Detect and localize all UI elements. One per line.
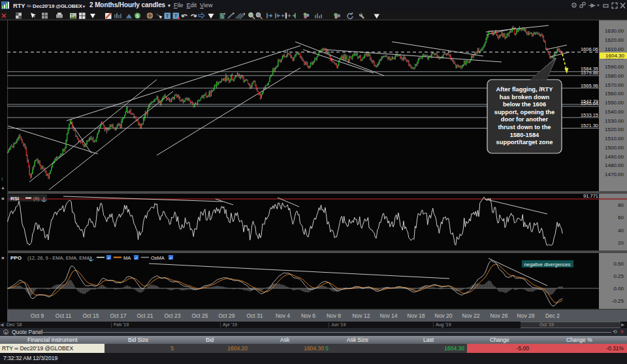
svg-text:1500.00: 1500.00 [605, 145, 624, 151]
svg-text:T: T [166, 13, 169, 19]
svg-text:Nov 26: Nov 26 [490, 312, 508, 319]
svg-text:Nov 18: Nov 18 [408, 312, 425, 319]
svg-text:0.00: 0.00 [613, 286, 624, 292]
svg-text:1520.00: 1520.00 [605, 127, 624, 132]
svg-text:-0.25: -0.25 [612, 298, 624, 304]
svg-text:1530.00: 1530.00 [605, 118, 624, 124]
svg-text:(9): (9) [33, 196, 40, 202]
svg-text:Oct 23: Oct 23 [164, 312, 180, 319]
svg-text:Nov 4: Nov 4 [276, 312, 290, 319]
svg-text:✓: ✓ [107, 256, 110, 260]
svg-text:Dec 2: Dec 2 [545, 312, 560, 319]
svg-text:80: 80 [618, 202, 624, 208]
svg-text:1550.00: 1550.00 [605, 100, 624, 106]
svg-text:40: 40 [618, 228, 624, 234]
svg-text:1620.00: 1620.00 [605, 37, 624, 43]
svg-text:support/target zone: support/target zone [496, 139, 553, 145]
svg-text:60: 60 [618, 215, 624, 220]
svg-text:1606.06: 1606.06 [581, 46, 598, 52]
svg-text:Oct 11: Oct 11 [56, 312, 72, 319]
svg-text:$: $ [136, 13, 139, 19]
svg-text:⚓: ⚓ [88, 256, 94, 262]
svg-text:0.50: 0.50 [613, 261, 624, 267]
svg-text:1590.00: 1590.00 [605, 64, 624, 70]
svg-text:Nov 8: Nov 8 [327, 312, 341, 319]
svg-text:1579.88: 1579.88 [581, 70, 598, 76]
svg-text:below the 1606: below the 1606 [503, 101, 546, 108]
svg-text:↕: ↕ [1, 176, 3, 182]
svg-text:1610.00: 1610.00 [605, 46, 624, 52]
svg-text:RSI: RSI [10, 196, 19, 202]
svg-text:1560.00: 1560.00 [605, 91, 624, 97]
svg-text:1490.00: 1490.00 [605, 154, 624, 160]
svg-text:1630.00: 1630.00 [605, 28, 624, 34]
svg-text:MA: MA [123, 255, 131, 261]
svg-text:Nov 12: Nov 12 [353, 312, 370, 319]
svg-text:Nov 14: Nov 14 [380, 312, 398, 319]
svg-text:door for another: door for another [501, 116, 549, 123]
svg-text:1570.00: 1570.00 [605, 82, 624, 88]
svg-text:⚓: ⚓ [41, 196, 47, 202]
svg-text:1470.00: 1470.00 [605, 172, 624, 177]
svg-text:1565.96: 1565.96 [581, 83, 598, 89]
svg-text:Oct 15: Oct 15 [82, 312, 99, 319]
svg-text:Nov 6: Nov 6 [301, 312, 315, 319]
svg-text:OsMA: OsMA [151, 255, 165, 261]
svg-text:1545.64: 1545.64 [581, 100, 598, 106]
svg-text:Nov 20: Nov 20 [435, 312, 453, 319]
svg-text:×: × [1, 255, 5, 261]
svg-text:has broken down: has broken down [500, 94, 550, 100]
svg-text:Oct 29: Oct 29 [218, 312, 234, 319]
svg-text:1580.00: 1580.00 [605, 73, 624, 79]
svg-text:1604.30: 1604.30 [605, 53, 624, 59]
svg-text:(12, 26, 9 - EMA, EMA, EMA): (12, 26, 9 - EMA, EMA, EMA) [27, 255, 91, 261]
svg-text:1510.00: 1510.00 [605, 136, 624, 142]
svg-text:thrust down to the: thrust down to the [498, 124, 551, 130]
svg-text:Oct 21: Oct 21 [137, 312, 153, 319]
svg-text:▲: ▲ [1, 185, 5, 190]
svg-text:PPO: PPO [10, 255, 22, 261]
svg-text:After flagging, /RTY: After flagging, /RTY [496, 86, 554, 93]
svg-text:0.25: 0.25 [613, 273, 624, 279]
svg-text:1540.00: 1540.00 [605, 109, 624, 115]
svg-text:×: × [1, 196, 5, 202]
svg-text:Oct 31: Oct 31 [246, 312, 263, 319]
svg-text:91.771: 91.771 [583, 193, 598, 199]
svg-text:support, opening the: support, opening the [494, 109, 555, 115]
svg-text:1533.15: 1533.15 [581, 112, 598, 118]
svg-text:Oct 9: Oct 9 [31, 312, 44, 319]
svg-text:Oct 17: Oct 17 [110, 312, 126, 319]
svg-text:1580-1584: 1580-1584 [510, 132, 539, 138]
svg-text:1521.30: 1521.30 [581, 123, 598, 129]
svg-text:1480.00: 1480.00 [605, 162, 624, 168]
svg-text:Nov 22: Nov 22 [462, 312, 480, 319]
svg-text:✓: ✓ [169, 256, 172, 260]
svg-text:Nov 28: Nov 28 [517, 312, 535, 319]
svg-text:✓: ✓ [135, 256, 138, 260]
svg-text:T: T [174, 13, 178, 19]
svg-text:Oct 25: Oct 25 [191, 312, 208, 319]
svg-text:20: 20 [618, 240, 624, 246]
svg-text:negative divergences: negative divergences [524, 262, 571, 267]
